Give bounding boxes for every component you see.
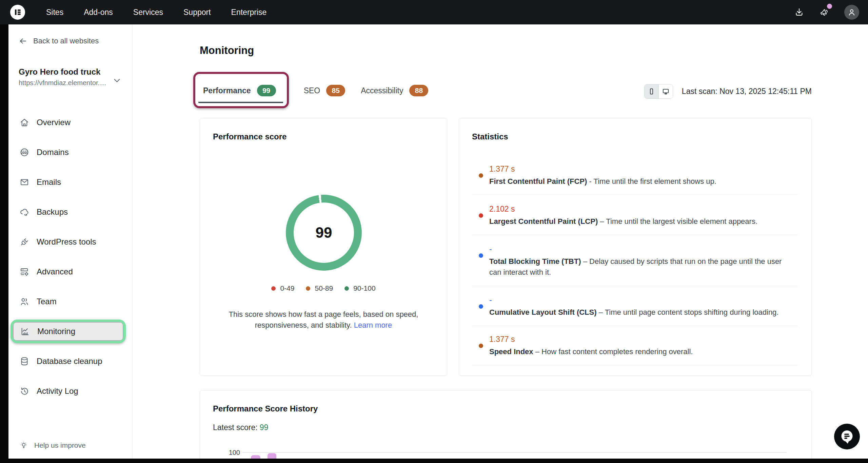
home-icon xyxy=(19,117,29,128)
device-toggle xyxy=(644,84,673,99)
speed-index-dot xyxy=(479,344,483,348)
fcp-description: First Contentful Paint (FCP) - Time unti… xyxy=(489,176,791,187)
chevron-down-icon[interactable] xyxy=(112,75,122,85)
speed-index-value: 1.377 s xyxy=(489,334,791,344)
scan-meta-row: Last scan: Nov 13, 2025 12:45:11 PM xyxy=(644,84,812,99)
legend-dot-green xyxy=(344,286,349,291)
legend-item-red: 0-49 xyxy=(271,284,294,292)
nav-item-services[interactable]: Services xyxy=(133,8,163,17)
desktop-toggle-button[interactable] xyxy=(658,84,673,98)
plug-icon xyxy=(19,237,29,247)
lcp-dot xyxy=(479,213,483,218)
nav-item-sites[interactable]: Sites xyxy=(46,8,63,17)
y-axis-tick-100: 100 xyxy=(226,449,240,457)
screen: Sites Add-ons Services Support Enterpris… xyxy=(0,0,868,463)
stat-desc-text: - Time until the first element shows up. xyxy=(589,177,716,186)
sidebar-item-label: Database cleanup xyxy=(37,356,102,366)
desktop-icon xyxy=(662,87,670,96)
notification-dot xyxy=(827,4,832,9)
mobile-icon xyxy=(647,87,656,96)
statistics-card: Statistics 1.377 s First Contentful Pain… xyxy=(459,118,812,376)
stat-name: Speed Index xyxy=(489,347,533,356)
megaphone-icon[interactable] xyxy=(819,7,829,17)
history-bar-chart: 100 xyxy=(200,448,811,459)
download-icon[interactable] xyxy=(794,7,804,17)
elementor-logo-icon[interactable] xyxy=(10,5,25,20)
stat-row-cls: - Cumulative Layout Shift (CLS) – Time u… xyxy=(459,286,811,326)
legend-dot-red xyxy=(271,286,276,291)
gridline-100 xyxy=(242,452,787,453)
legend-item-green: 90-100 xyxy=(344,284,375,292)
tbt-dot xyxy=(479,253,483,258)
back-to-websites-link[interactable]: Back to all websites xyxy=(19,37,132,45)
sidebar-item-label: Domains xyxy=(37,148,69,157)
accessibility-score-badge: 88 xyxy=(409,85,428,96)
performance-score-card: Performance score 99 0-49 50-89 90-100 xyxy=(200,118,447,376)
tab-label: Performance xyxy=(203,86,251,95)
tab-performance[interactable]: Performance 99 xyxy=(200,73,288,109)
sidebar-item-domains[interactable]: www Domains xyxy=(19,143,123,162)
sidebar-item-advanced[interactable]: Advanced xyxy=(19,262,123,281)
tab-accessibility[interactable]: Accessibility 88 xyxy=(361,73,428,109)
donut-score-value: 99 xyxy=(286,195,362,271)
cls-description: Cumulative Layout Shift (CLS) – Time unt… xyxy=(489,307,791,318)
nav-item-enterprise[interactable]: Enterprise xyxy=(231,8,267,17)
user-avatar-icon[interactable] xyxy=(844,5,859,20)
globe-icon: www xyxy=(19,147,29,157)
legend-label: 90-100 xyxy=(353,284,375,292)
stat-row-tbt: - Total Blocking Time (TBT) – Delay caus… xyxy=(459,235,811,286)
stat-name: First Contentful Paint (FCP) xyxy=(489,177,587,186)
tbt-description: Total Blocking Time (TBT) – Delay caused… xyxy=(489,256,791,278)
cls-value: - xyxy=(489,295,791,305)
fcp-value: 1.377 s xyxy=(489,164,791,174)
mobile-toggle-button[interactable] xyxy=(645,84,658,98)
sidebar: Back to all websites Gyro Hero food truc… xyxy=(8,24,133,459)
sidebar-item-label: Advanced xyxy=(37,267,73,276)
sidebar-item-emails[interactable]: Emails xyxy=(19,173,123,192)
sidebar-item-wordpress-tools[interactable]: WordPress tools xyxy=(19,232,123,251)
seo-score-badge: 85 xyxy=(326,85,345,96)
score-legend: 0-49 50-89 90-100 xyxy=(200,284,447,292)
statistics-rows: 1.377 s First Contentful Paint (FCP) - T… xyxy=(459,158,811,365)
performance-donut-chart: 99 xyxy=(286,195,362,271)
card-title: Performance Score History xyxy=(213,404,811,413)
site-switcher[interactable]: Gyro Hero food truck https://vfnmdiaz.el… xyxy=(19,67,123,87)
speed-index-description: Speed Index – How fast content completes… xyxy=(489,346,791,357)
sidebar-item-label: Overview xyxy=(37,118,71,127)
top-navbar: Sites Add-ons Services Support Enterpris… xyxy=(0,0,868,24)
sidebar-item-overview[interactable]: Overview xyxy=(19,113,123,132)
server-settings-icon xyxy=(19,267,29,277)
legend-label: 0-49 xyxy=(280,284,294,292)
legend-label: 50-89 xyxy=(315,284,333,292)
tab-seo[interactable]: SEO 85 xyxy=(304,73,346,109)
active-tab-underline xyxy=(198,102,283,103)
performance-history-card: Performance Score History Latest score:9… xyxy=(200,390,812,459)
nav-item-support[interactable]: Support xyxy=(183,8,211,17)
sidebar-item-label: Team xyxy=(37,297,57,306)
sidebar-item-activity-log[interactable]: Activity Log xyxy=(19,382,123,401)
sidebar-item-backups[interactable]: Backups xyxy=(19,202,123,221)
stat-row-speed-index: 1.377 s Speed Index – How fast content c… xyxy=(459,326,811,365)
nav-item-addons[interactable]: Add-ons xyxy=(84,8,113,17)
history-icon xyxy=(19,386,29,396)
sidebar-nav: Overview www Domains Emails Backups Word… xyxy=(8,113,132,411)
latest-score-value: 99 xyxy=(260,423,269,432)
latest-score-row: Latest score:99 xyxy=(213,423,811,432)
card-title: Performance score xyxy=(213,132,447,141)
sidebar-item-database-cleanup[interactable]: Database cleanup xyxy=(19,352,123,371)
sidebar-item-team[interactable]: Team xyxy=(19,292,123,311)
help-us-improve-link[interactable]: Help us improve xyxy=(19,441,86,450)
page-title: Monitoring xyxy=(200,43,812,58)
latest-score-label: Latest score: xyxy=(213,423,258,432)
learn-more-link[interactable]: Learn more xyxy=(354,321,392,329)
site-name: Gyro Hero food truck xyxy=(19,67,123,77)
sidebar-item-monitoring[interactable]: Monitoring xyxy=(13,322,123,341)
team-icon xyxy=(19,296,29,307)
site-url: https://vfnmdiaz.elementor.… xyxy=(19,79,112,87)
score-description: This score shows how fast a page feels, … xyxy=(222,309,425,331)
lightbulb-icon xyxy=(19,441,28,450)
card-title: Statistics xyxy=(472,132,811,141)
cloud-backup-icon xyxy=(19,207,29,217)
chat-fab-button[interactable] xyxy=(834,424,860,449)
stat-desc-text: – Time until page content stops shifting… xyxy=(599,308,779,316)
